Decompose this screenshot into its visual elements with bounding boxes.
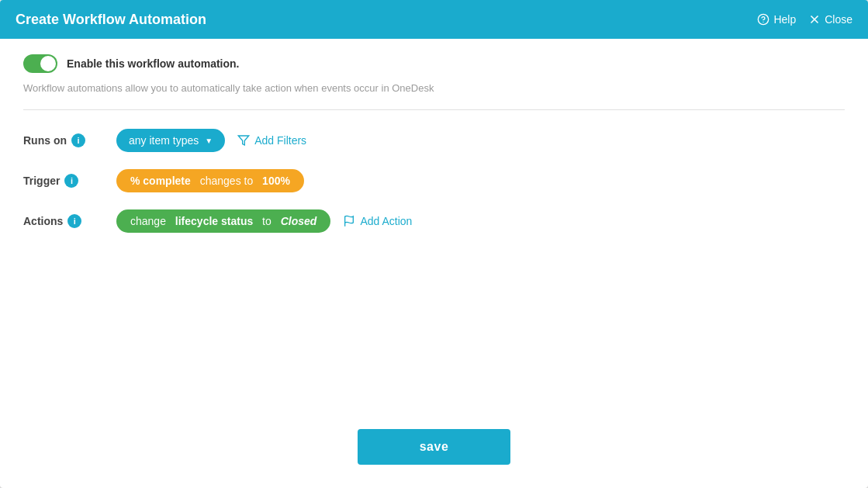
help-circle-icon xyxy=(757,13,769,26)
enable-toggle[interactable] xyxy=(23,54,57,73)
runs-on-info-icon[interactable]: i xyxy=(71,133,85,147)
description-text: Workflow automations allow you to automa… xyxy=(23,82,845,94)
create-workflow-modal: Create Workflow Automation Help Close xyxy=(0,0,868,488)
trigger-label-col: Trigger i xyxy=(23,174,116,188)
runs-on-label: Runs on xyxy=(23,134,67,147)
trigger-pill-middle: changes to xyxy=(200,175,254,187)
trigger-info-icon[interactable]: i xyxy=(64,174,78,188)
actions-label-col: Actions i xyxy=(23,214,116,228)
save-area: save xyxy=(23,414,845,472)
runs-on-row: Runs on i any item types ▼ Add Filters xyxy=(23,129,845,152)
action-pill[interactable]: change lifecycle status to Closed xyxy=(116,209,330,233)
action-pill-key: lifecycle status xyxy=(175,215,253,227)
info-icon-text: i xyxy=(77,136,79,145)
actions-info-icon[interactable]: i xyxy=(67,214,81,228)
trigger-pill[interactable]: % complete changes to 100% xyxy=(116,169,304,192)
toggle-row: Enable this workflow automation. xyxy=(23,54,845,73)
action-pill-middle: to xyxy=(262,215,271,227)
action-pill-value: Closed xyxy=(281,215,317,227)
runs-on-label-col: Runs on i xyxy=(23,133,116,147)
modal-title: Create Workflow Automation xyxy=(16,12,206,28)
actions-label: Actions xyxy=(23,215,63,227)
close-icon xyxy=(808,13,821,26)
modal-body: Enable this workflow automation. Workflo… xyxy=(0,39,868,488)
close-label: Close xyxy=(825,13,852,26)
close-button[interactable]: Close xyxy=(808,13,852,26)
svg-marker-4 xyxy=(239,136,249,145)
flag-icon xyxy=(343,215,355,227)
runs-on-button-text: any item types xyxy=(129,134,199,147)
save-button[interactable]: save xyxy=(358,429,511,465)
trigger-label: Trigger xyxy=(23,175,60,187)
chevron-down-icon: ▼ xyxy=(205,137,213,145)
runs-on-dropdown[interactable]: any item types ▼ xyxy=(116,129,225,152)
runs-on-content: any item types ▼ Add Filters xyxy=(116,129,845,152)
actions-content: change lifecycle status to Closed Add Ac… xyxy=(116,209,845,233)
actions-row: Actions i change lifecycle status to Clo… xyxy=(23,209,845,233)
header-actions: Help Close xyxy=(757,13,852,26)
add-filters-button[interactable]: Add Filters xyxy=(237,134,306,147)
modal-header: Create Workflow Automation Help Close xyxy=(0,0,868,39)
trigger-pill-value: 100% xyxy=(262,175,290,187)
help-button[interactable]: Help xyxy=(757,13,796,26)
divider xyxy=(23,109,845,110)
trigger-info-icon-text: i xyxy=(71,176,73,185)
trigger-row: Trigger i % complete changes to 100% xyxy=(23,169,845,192)
action-pill-prefix: change xyxy=(130,215,166,227)
toggle-label: Enable this workflow automation. xyxy=(67,57,239,70)
help-label: Help xyxy=(773,13,796,26)
add-action-button[interactable]: Add Action xyxy=(343,215,412,227)
form-section: Runs on i any item types ▼ Add Filters xyxy=(23,129,845,414)
filter-icon xyxy=(237,134,250,147)
add-action-label: Add Action xyxy=(360,215,412,227)
trigger-content: % complete changes to 100% xyxy=(116,169,845,192)
trigger-pill-prefix: % complete xyxy=(130,175,191,187)
add-filters-label: Add Filters xyxy=(254,134,306,147)
actions-info-icon-text: i xyxy=(74,216,76,226)
